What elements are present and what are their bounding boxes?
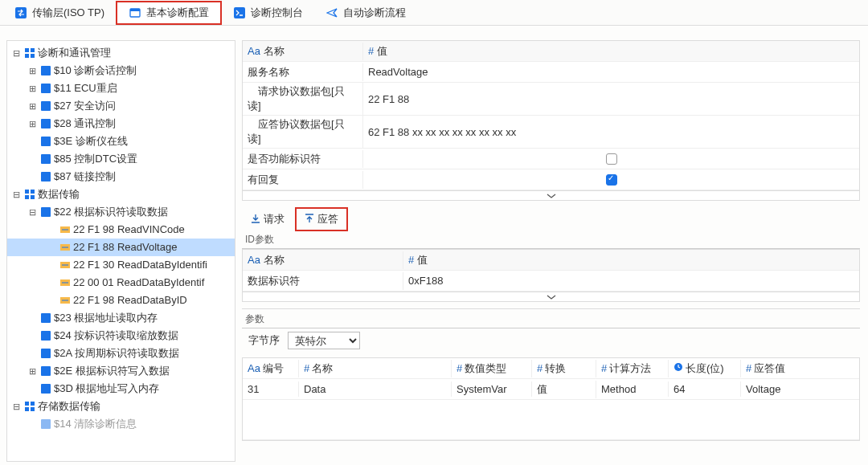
tree-node[interactable]: ⊞$27 安全访问: [7, 97, 235, 115]
svg-rect-32: [25, 407, 29, 411]
svg-rect-16: [31, 190, 35, 194]
grid-row[interactable]: 31 Data SystemVar 值 Method 64 Voltage: [243, 379, 859, 400]
console-icon: [233, 6, 246, 19]
svg-rect-34: [41, 419, 51, 429]
prop-key: 有回复: [243, 171, 363, 189]
service-icon: [40, 418, 51, 430]
collapse-handle[interactable]: [242, 191, 860, 201]
svg-rect-4: [25, 48, 29, 52]
tree-label: 诊断和通讯管理: [38, 44, 111, 62]
prop-key: 是否功能标识符: [243, 150, 363, 168]
hash-icon: #: [408, 254, 414, 266]
req-resp-tabs: 请求 应答: [242, 207, 860, 231]
prop-row[interactable]: 有回复: [243, 169, 859, 190]
service-icon: [40, 118, 51, 129]
tab-label: 诊断控制台: [251, 6, 303, 20]
hash-icon: #: [601, 362, 607, 374]
tree-label: 存储数据传输: [38, 398, 100, 415]
hash-icon: #: [368, 45, 374, 57]
cell-type: SystemVar: [452, 381, 532, 397]
svg-rect-31: [31, 402, 35, 406]
text-icon: Aa: [248, 45, 260, 57]
id-param-row[interactable]: 数据标识符0xF188: [243, 271, 859, 292]
col-value: 值: [417, 253, 428, 267]
service-icon: [40, 136, 51, 147]
tab-diag-console[interactable]: 诊断控制台: [222, 1, 314, 25]
col-value: 值: [377, 44, 387, 59]
top-tab-bar: 传输层(ISO TP) 基本诊断配置 诊断控制台 自动诊断流程: [0, 0, 868, 26]
tree-node-diag-comm-mgmt[interactable]: ⊟诊断和通讯管理: [7, 44, 235, 62]
details-pane: Aa名称 #值 服务名称ReadVoltage 请求协议数据包[只读]22 F1…: [242, 40, 860, 462]
prop-key: 应答协议数据包[只读]: [243, 116, 363, 148]
tree-label: $22 根据标识符读取数据: [54, 203, 168, 221]
tree-node[interactable]: ·$87 链接控制: [7, 168, 235, 186]
service-icon: [40, 171, 51, 182]
prop-row[interactable]: 请求协议数据包[只读]22 F1 88: [243, 83, 859, 116]
tree-node-stored-data[interactable]: ⊟存储数据传输: [7, 398, 235, 415]
cell-name: Data: [299, 381, 452, 397]
response-params-grid: Aa编号 #名称 #数值类型 #转换 #计算方法 长度(位) #应答值 31 D…: [242, 357, 860, 441]
tree-node[interactable]: ⊞$10 诊断会话控制: [7, 62, 235, 80]
svg-rect-8: [41, 66, 51, 75]
checkbox-has-response[interactable]: [606, 174, 617, 186]
tree-node[interactable]: ·$14 清除诊断信息: [7, 415, 235, 433]
tab-transport-layer[interactable]: 传输层(ISO TP): [3, 1, 116, 25]
subtab-label: 请求: [264, 212, 285, 226]
tree-label: $85 控制DTC设置: [54, 150, 137, 168]
cell-val: Voltage: [741, 381, 859, 397]
tree-label: 数据传输: [38, 186, 80, 203]
tree-node[interactable]: ⊞$2E 根据标识符写入数据: [7, 362, 235, 380]
tree-node[interactable]: ⊞$28 通讯控制: [7, 115, 235, 133]
service-icon: [40, 206, 51, 218]
category-icon: [24, 47, 35, 59]
service-tree[interactable]: ⊟诊断和通讯管理 ⊞$10 诊断会话控制 ⊞$11 ECU重启 ⊞$27 安全访…: [6, 40, 235, 462]
tree-label: $10 诊断会话控制: [54, 62, 137, 80]
tree-node[interactable]: ·$2A 按周期标识符读取数据: [7, 345, 235, 362]
prop-row[interactable]: 是否功能标识符: [243, 149, 859, 169]
tree-label: 22 00 01 ReadDataByIdentif: [73, 274, 204, 292]
tree-node-data-transfer[interactable]: ⊟数据传输: [7, 186, 235, 203]
tree-node[interactable]: ⊟$22 根据标识符读取数据: [7, 203, 235, 221]
tree-node[interactable]: ·$23 根据地址读取内存: [7, 309, 235, 327]
tree-node[interactable]: ·$24 按标识符读取缩放数据: [7, 327, 235, 345]
svg-rect-30: [25, 402, 29, 406]
hash-icon: #: [457, 362, 462, 374]
tree-leaf-selected[interactable]: ·22 F1 88 ReadVoltage: [7, 239, 235, 256]
prop-row[interactable]: 服务名称ReadVoltage: [243, 62, 859, 83]
tab-basic-diag-config[interactable]: 基本诊断配置: [116, 1, 222, 25]
collapse-handle[interactable]: [242, 292, 860, 302]
tree-node[interactable]: ⊞$11 ECU重启: [7, 80, 235, 97]
tree-node[interactable]: ·$3D 根据地址写入内存: [7, 380, 235, 398]
swap-icon: [14, 6, 27, 19]
hash-icon: #: [304, 362, 309, 374]
cell-idx: 31: [243, 381, 299, 397]
tree-leaf[interactable]: ·22 F1 98 ReadVINCode: [7, 221, 235, 239]
tree-leaf[interactable]: ·22 F1 98 ReadDataByID: [7, 292, 235, 309]
tree-label: $23 根据地址读取内存: [54, 309, 158, 327]
col-val: 应答值: [754, 361, 785, 376]
tree-leaf[interactable]: ·22 F1 30 ReadDataByIdentifi: [7, 256, 235, 274]
col-name: 名称: [312, 361, 333, 376]
prop-key: 数据标识符: [243, 272, 403, 290]
svg-rect-25: [41, 313, 51, 323]
tab-auto-diag-flow[interactable]: 自动诊断流程: [314, 1, 417, 25]
col-conv: 转换: [545, 361, 566, 376]
prop-row[interactable]: 应答协议数据包[只读]62 F1 88 xx xx xx xx xx xx xx…: [243, 116, 859, 149]
text-icon: Aa: [248, 254, 260, 266]
tree-label: 22 F1 98 ReadDataByID: [73, 292, 187, 309]
checkbox-functional-id[interactable]: [606, 153, 617, 165]
tree-node[interactable]: ·$3E 诊断仪在线: [7, 133, 235, 150]
prop-key: 请求协议数据包[只读]: [243, 83, 363, 115]
service-icon: [40, 330, 51, 341]
tree-leaf[interactable]: ·22 00 01 ReadDataByIdentif: [7, 274, 235, 292]
byte-order-select[interactable]: 英特尔: [288, 332, 360, 349]
tree-label: $14 清除诊断信息: [54, 415, 137, 433]
service-icon: [40, 383, 51, 394]
tree-node[interactable]: ·$85 控制DTC设置: [7, 150, 235, 168]
upload-icon: [305, 214, 314, 226]
svg-rect-13: [41, 154, 51, 164]
subtab-response[interactable]: 应答: [295, 207, 348, 231]
tab-label: 传输层(ISO TP): [32, 6, 104, 20]
subtab-request[interactable]: 请求: [242, 208, 293, 230]
data-icon: [59, 295, 71, 306]
